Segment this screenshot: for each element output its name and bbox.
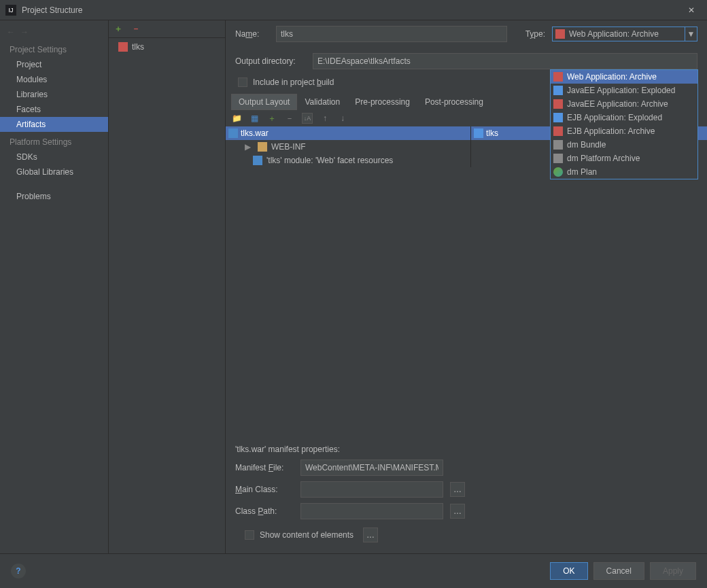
sidebar-item-project[interactable]: Project	[0, 57, 108, 72]
sidebar-item-libraries[interactable]: Libraries	[0, 87, 108, 102]
type-option-label: JavaEE Application: Exploded	[567, 86, 675, 95]
module-icon	[474, 128, 483, 138]
expand-icon[interactable]: ▶	[245, 142, 251, 152]
type-dropdown[interactable]: Web Application: ArchiveJavaEE Applicati…	[550, 69, 698, 179]
type-option[interactable]: dm Plan	[551, 165, 697, 179]
manifest-title: 'tlks.war' manifest properties:	[235, 445, 697, 454]
plan-icon	[553, 167, 563, 177]
main-content: ← → Project Settings Project Modules Lib…	[0, 20, 707, 553]
artifacts-list-panel: ＋ － tlks	[109, 20, 226, 553]
browse-class-path-button[interactable]: …	[450, 504, 465, 519]
tree-root-label: tlks.war	[241, 128, 269, 138]
tab-validation[interactable]: Validation	[297, 94, 347, 110]
remove-item-icon[interactable]: －	[284, 113, 295, 124]
nav-back-icon[interactable]: ←	[7, 27, 15, 37]
new-folder-icon[interactable]: 📁	[231, 113, 242, 124]
section-project-settings: Project Settings	[0, 39, 108, 57]
archive-file-icon	[228, 128, 238, 138]
nav-arrows: ← →	[0, 24, 108, 39]
tab-pre-processing[interactable]: Pre-processing	[347, 94, 417, 110]
main-class-row: Main Class: …	[235, 481, 697, 498]
type-option-label: dm Bundle	[567, 140, 606, 150]
artifact-list-item[interactable]: tlks	[109, 38, 225, 56]
cancel-button[interactable]: Cancel	[593, 562, 644, 580]
type-option[interactable]: EJB Application: Archive	[551, 124, 697, 138]
type-option[interactable]: dm Bundle	[551, 138, 697, 152]
type-option-label: JavaEE Application: Archive	[567, 99, 668, 109]
title-bar[interactable]: IJ Project Structure ✕	[0, 0, 707, 20]
type-option-label: EJB Application: Archive	[567, 126, 655, 136]
add-artifact-icon[interactable]: ＋	[114, 23, 122, 35]
show-content-row: Show content of elements …	[235, 525, 697, 545]
type-option[interactable]: JavaEE Application: Exploded	[551, 84, 697, 97]
type-option[interactable]: JavaEE Application: Archive	[551, 97, 697, 111]
type-select-value: Web Application: Archive	[569, 29, 659, 39]
move-down-icon[interactable]: ↓	[337, 113, 348, 124]
artifact-archive-icon	[118, 42, 128, 52]
left-sidebar: ← → Project Settings Project Modules Lib…	[0, 20, 109, 553]
class-path-row: Class Path: …	[235, 503, 697, 519]
tree-item-label: WEB-INF	[271, 142, 306, 152]
platform-icon	[553, 154, 563, 163]
sort-icon[interactable]: ↓A	[302, 113, 313, 124]
window-title: Project Structure	[22, 5, 681, 15]
tree-item-label: 'tlks' module: 'Web' facet resources	[266, 156, 393, 165]
tree-root-left[interactable]: tlks.war	[226, 126, 470, 140]
type-select[interactable]: Web Application: Archive ▼	[552, 27, 697, 41]
sidebar-item-modules[interactable]: Modules	[0, 72, 108, 87]
sidebar-item-facets[interactable]: Facets	[0, 102, 108, 117]
nav-forward-icon[interactable]: →	[20, 27, 29, 37]
artifacts-toolbar: ＋ －	[109, 20, 225, 38]
manifest-file-input[interactable]	[300, 460, 443, 476]
chevron-down-icon: ▼	[685, 27, 697, 41]
type-option[interactable]: Web Application: Archive	[551, 70, 697, 84]
section-platform-settings: Platform Settings	[0, 132, 108, 150]
browse-main-class-button[interactable]: …	[450, 482, 465, 497]
tab-post-processing[interactable]: Post-processing	[417, 94, 491, 110]
include-build-label: Include in project build	[253, 77, 334, 87]
add-item-icon[interactable]: ＋	[266, 113, 277, 124]
main-class-input[interactable]	[300, 481, 443, 498]
type-option-label: dm Platform Archive	[567, 154, 640, 163]
name-input[interactable]	[276, 26, 507, 42]
type-label: Type:	[525, 29, 545, 39]
type-option[interactable]: EJB Application: Exploded	[551, 111, 697, 124]
sidebar-item-sdks[interactable]: SDKs	[0, 150, 108, 165]
class-path-input[interactable]	[300, 503, 443, 519]
layout-left-col: tlks.war ▶ WEB-INF 'tlks' module: 'Web' …	[226, 126, 470, 167]
tab-output-layout[interactable]: Output Layout	[231, 94, 297, 110]
main-class-label: Main Class:	[235, 485, 294, 494]
help-icon[interactable]: ?	[11, 564, 26, 578]
tree-item-webinf[interactable]: ▶ WEB-INF	[226, 140, 470, 154]
sidebar-item-artifacts[interactable]: Artifacts	[0, 117, 108, 132]
output-dir-input[interactable]	[313, 53, 697, 69]
type-option-label: Web Application: Archive	[567, 72, 657, 82]
move-up-icon[interactable]: ↑	[320, 113, 330, 124]
archive-icon	[553, 72, 563, 82]
apply-button[interactable]: Apply	[650, 562, 696, 580]
type-option-label: dm Plan	[567, 167, 597, 177]
manifest-section: 'tlks.war' manifest properties: Manifest…	[226, 436, 707, 553]
archive-icon[interactable]: ▦	[249, 113, 260, 124]
artifact-label: tlks	[132, 42, 144, 52]
tree-root-label: tlks	[486, 128, 498, 138]
artifact-details-panel: Name: Type: Web Application: Archive ▼ O…	[226, 20, 707, 553]
remove-artifact-icon[interactable]: －	[132, 23, 140, 35]
close-icon[interactable]: ✕	[681, 0, 702, 20]
manifest-file-label: Manifest File:	[235, 463, 294, 472]
exploded-icon	[553, 113, 563, 122]
show-content-more-button[interactable]: …	[363, 528, 378, 542]
archive-icon	[553, 126, 563, 136]
show-content-checkbox[interactable]	[245, 530, 254, 540]
ok-button[interactable]: OK	[550, 562, 587, 580]
output-dir-label: Output directory:	[235, 56, 306, 66]
facet-icon	[253, 156, 262, 165]
type-select-icon	[555, 29, 565, 39]
type-option[interactable]: dm Platform Archive	[551, 152, 697, 165]
exploded-icon	[553, 86, 563, 95]
tree-item-facet[interactable]: 'tlks' module: 'Web' facet resources	[226, 154, 470, 167]
sidebar-item-problems[interactable]: Problems	[0, 189, 108, 204]
include-build-checkbox[interactable]	[238, 77, 247, 87]
sidebar-item-global-libraries[interactable]: Global Libraries	[0, 165, 108, 179]
type-option-label: EJB Application: Exploded	[567, 113, 662, 122]
